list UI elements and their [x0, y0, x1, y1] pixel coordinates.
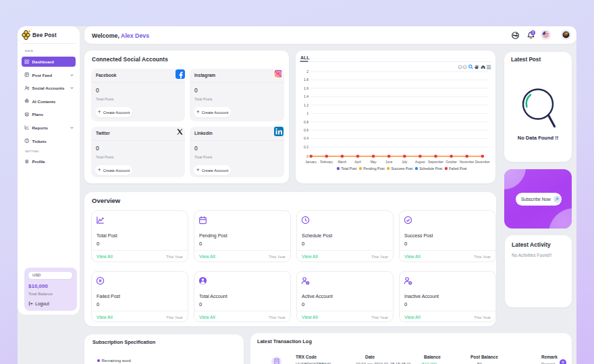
svg-text:May: May	[371, 160, 377, 164]
svg-text:Failed Post: Failed Post	[449, 166, 467, 171]
svg-text:1.4: 1.4	[304, 94, 308, 98]
svg-text:March: March	[338, 160, 346, 164]
svg-text:0.4: 0.4	[304, 136, 308, 140]
svg-text:January: January	[305, 160, 317, 164]
svg-text:0.6: 0.6	[304, 128, 308, 132]
svg-text:0.8: 0.8	[304, 120, 308, 124]
svg-text:December: December	[475, 160, 490, 164]
svg-text:0: 0	[306, 154, 308, 158]
svg-text:2: 2	[306, 69, 308, 73]
svg-text:October: October	[446, 160, 457, 164]
svg-text:Pending Post: Pending Post	[363, 166, 385, 171]
svg-text:April: April	[354, 160, 360, 164]
svg-text:June: June	[385, 160, 393, 164]
svg-text:November: November	[460, 160, 475, 164]
svg-text:0.2: 0.2	[304, 145, 308, 149]
svg-text:1.2: 1.2	[304, 103, 308, 107]
svg-text:July: July	[402, 160, 408, 164]
svg-text:ALL: ALL	[300, 55, 310, 60]
svg-text:February: February	[320, 160, 333, 164]
svg-text:Total Post: Total Post	[341, 166, 357, 171]
svg-text:Schedule Post: Schedule Post	[419, 166, 443, 171]
svg-text:September: September	[428, 160, 443, 164]
svg-text:August: August	[415, 160, 425, 164]
svg-text:1.6: 1.6	[304, 86, 308, 90]
svg-text:1: 1	[306, 111, 308, 115]
svg-text:1.8: 1.8	[304, 78, 308, 82]
svg-text:Success Post: Success Post	[391, 166, 413, 171]
